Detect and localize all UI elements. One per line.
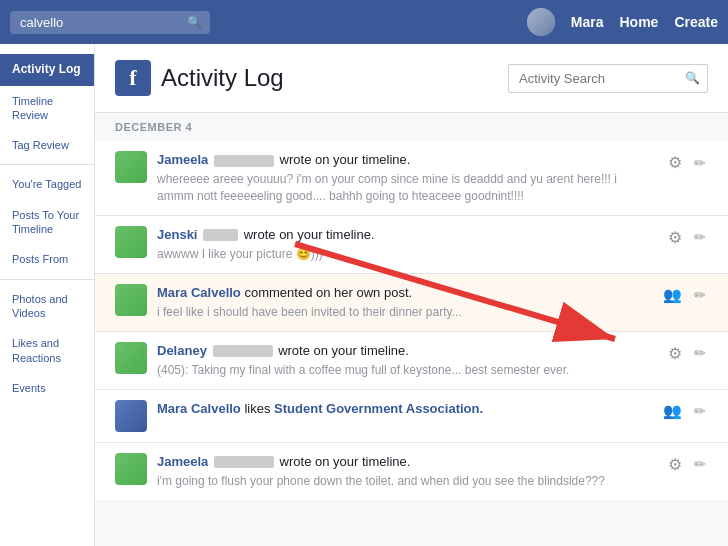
page-title: Activity Log [161,64,284,92]
activity-message: (405): Taking my final with a coffee mug… [157,362,656,379]
actor-name[interactable]: Jameela [157,454,208,469]
edit-icon[interactable]: ✏ [692,454,708,474]
gear-icon[interactable]: ⚙ [666,226,684,249]
sidebar-item-tag-review[interactable]: Tag Review [0,130,94,160]
avatar [115,226,147,258]
people-icon[interactable]: 👥 [661,400,684,422]
gear-icon[interactable]: ⚙ [666,151,684,174]
page-wrapper: Activity Log Timeline Review Tag Review … [0,44,728,546]
nav-home-link[interactable]: Home [620,14,659,30]
activity-text: Mara Calvello likes Student Government A… [157,400,651,418]
activity-text: Jameela wrote on your timeline. i'm goin… [157,453,656,490]
actor-name[interactable]: Mara Calvello [157,285,241,300]
sidebar-item-posts-to-timeline[interactable]: Posts To Your Timeline [0,200,94,245]
action-text: likes [244,401,274,416]
edit-icon[interactable]: ✏ [692,285,708,305]
action-text: wrote on your timeline. [280,454,411,469]
actor-name[interactable]: Delaney [157,343,207,358]
edit-icon[interactable]: ✏ [692,401,708,421]
activity-text: Delaney wrote on your timeline. (405): T… [157,342,656,379]
activity-message: i'm going to flush your phone down the t… [157,473,656,490]
people-icon[interactable]: 👥 [661,284,684,306]
activity-actions: 👥 ✏ [661,284,708,306]
avatar [115,400,147,432]
activity-item: Jameela wrote on your timeline. i'm goin… [95,443,728,500]
activity-actions: ⚙ ✏ [666,342,708,365]
gear-icon[interactable]: ⚙ [666,453,684,476]
action-text: wrote on your timeline. [244,227,375,242]
action-text: wrote on your timeline. [280,152,411,167]
sidebar-item-events[interactable]: Events [0,373,94,403]
sidebar-item-timeline-review[interactable]: Timeline Review [0,86,94,131]
sidebar-item-likes-reactions[interactable]: Likes and Reactions [0,328,94,373]
edit-icon[interactable]: ✏ [692,227,708,247]
activity-item: Delaney wrote on your timeline. (405): T… [95,332,728,390]
activity-search-icon: 🔍 [685,71,700,85]
sidebar-item-posts-from[interactable]: Posts From [0,244,94,274]
activity-message: i feel like i should have been invited t… [157,304,651,321]
activity-search-input[interactable] [508,64,708,93]
blurred-name [203,229,238,241]
edit-icon[interactable]: ✏ [692,343,708,363]
avatar [115,151,147,183]
main-search-input[interactable] [10,11,210,34]
sidebar: Activity Log Timeline Review Tag Review … [0,44,95,546]
blurred-name [214,155,274,167]
action-text: wrote on your timeline. [278,343,409,358]
actor-name[interactable]: Mara Calvello [157,401,241,416]
nav-create-link[interactable]: Create [674,14,718,30]
activity-search-area: 🔍 [508,64,708,93]
top-navigation: 🔍 Mara Home Create [0,0,728,44]
avatar [115,284,147,316]
sidebar-item-tagged[interactable]: You're Tagged [0,169,94,199]
activity-item: Mara Calvello likes Student Government A… [95,390,728,443]
blurred-name [214,456,274,468]
search-icon: 🔍 [187,15,202,29]
edit-icon[interactable]: ✏ [692,153,708,173]
nav-right: Mara Home Create [527,8,718,36]
actor-name[interactable]: Jameela [157,152,208,167]
blurred-name [213,345,273,357]
sidebar-divider-1 [0,164,94,165]
activity-text: Mara Calvello commented on her own post.… [157,284,651,321]
activity-actions: ⚙ ✏ [666,151,708,174]
activity-actions: ⚙ ✏ [666,453,708,476]
activity-header: f Activity Log 🔍 [95,44,728,113]
avatar [115,342,147,374]
activity-actions: 👥 ✏ [661,400,708,422]
actor-name[interactable]: Jenski [157,227,197,242]
main-content: f Activity Log 🔍 DECEMBER 4 Jameela [95,44,728,546]
gear-icon[interactable]: ⚙ [666,342,684,365]
sidebar-item-photos-videos[interactable]: Photos and Videos [0,284,94,329]
activity-item: Jameela wrote on your timeline. whereeee… [95,141,728,216]
activity-item-highlighted: Mara Calvello commented on her own post.… [95,274,728,332]
activity-actions: ⚙ ✏ [666,226,708,249]
nav-left: 🔍 [10,11,210,34]
activity-message: awwww I like your picture 😊))) [157,246,656,263]
likes-target[interactable]: Student Government Association. [274,401,483,416]
activity-title-area: f Activity Log [115,60,284,96]
avatar [115,453,147,485]
activity-item: Jenski wrote on your timeline. awwww I l… [95,216,728,274]
nav-username[interactable]: Mara [571,14,604,30]
avatar [527,8,555,36]
action-text: commented on her own post. [244,285,412,300]
activity-message: whereeee areee youuuu? i'm on your comp … [157,171,656,205]
sidebar-divider-2 [0,279,94,280]
sidebar-item-activity-log[interactable]: Activity Log [0,54,94,86]
activity-text: Jenski wrote on your timeline. awwww I l… [157,226,656,263]
search-wrap: 🔍 [10,11,210,34]
section-date-header: DECEMBER 4 [95,113,728,141]
activity-list: Jameela wrote on your timeline. whereeee… [95,141,728,500]
activity-text: Jameela wrote on your timeline. whereeee… [157,151,656,205]
facebook-logo: f [115,60,151,96]
